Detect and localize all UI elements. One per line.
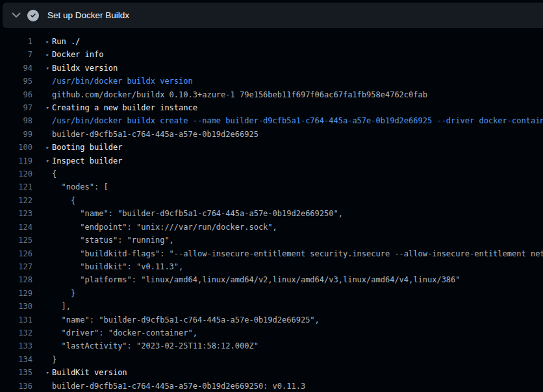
- log-line: 134}: [0, 353, 543, 366]
- output-text: builder-d9cfb5a1-c764-445a-a57e-0b19d2e6…: [52, 128, 259, 141]
- line-number[interactable]: 95: [0, 75, 32, 88]
- gutter-spacer: [32, 88, 52, 101]
- triangle-down-icon: ▾: [32, 366, 52, 379]
- line-number[interactable]: 126: [0, 247, 32, 260]
- line-number[interactable]: 129: [0, 287, 32, 300]
- log-line: 99builder-d9cfb5a1-c764-445a-a57e-0b19d2…: [0, 128, 543, 141]
- line-number[interactable]: 130: [0, 300, 32, 313]
- line-number[interactable]: 134: [0, 353, 32, 366]
- command-text: /usr/bin/docker buildx create --name bui…: [52, 114, 543, 127]
- log-line: 98/usr/bin/docker buildx create --name b…: [0, 114, 543, 127]
- line-number[interactable]: 99: [0, 128, 32, 141]
- triangle-right-icon: ▸: [32, 35, 52, 48]
- log-line: 124 "endpoint": "unix:///var/run/docker.…: [0, 221, 543, 234]
- group-title-text: Run ./: [52, 35, 80, 48]
- triangle-right-icon: ▸: [32, 48, 52, 61]
- log-line: 127 "buildkit": "v0.11.3",: [0, 260, 543, 273]
- output-text: github.com/docker/buildx 0.10.3+azure-1 …: [52, 88, 427, 101]
- gutter-spacer: [32, 167, 52, 180]
- log-group-line[interactable]: 1▸Run ./: [0, 35, 543, 48]
- gutter-spacer: [32, 207, 52, 220]
- check-circle-icon: [27, 10, 39, 21]
- gutter-spacer: [32, 287, 52, 300]
- line-number[interactable]: 132: [0, 326, 32, 339]
- gutter-spacer: [32, 313, 52, 326]
- log-container: 1▸Run ./7▸Docker info94▾Buildx version95…: [0, 28, 543, 392]
- output-text: }: [52, 287, 75, 300]
- line-number[interactable]: 100: [0, 141, 32, 154]
- step-header[interactable]: Set up Docker Buildx: [3, 3, 543, 28]
- line-number[interactable]: 136: [0, 380, 32, 392]
- log-group-line[interactable]: 119▾Inspect builder: [0, 154, 543, 167]
- log-line: 123 "name": "builder-d9cfb5a1-c764-445a-…: [0, 207, 543, 220]
- group-title-text: Inspect builder: [52, 154, 122, 167]
- output-text: }: [52, 353, 57, 366]
- line-number[interactable]: 97: [0, 101, 32, 114]
- line-number[interactable]: 94: [0, 62, 32, 75]
- line-number[interactable]: 119: [0, 154, 32, 167]
- output-text: {: [52, 167, 57, 180]
- log-line: 125 "status": "running",: [0, 234, 543, 247]
- line-number[interactable]: 120: [0, 167, 32, 180]
- log-group-line[interactable]: 97▾Creating a new builder instance: [0, 101, 543, 114]
- log-line: 121 "nodes": [: [0, 180, 543, 193]
- command-text: /usr/bin/docker buildx version: [52, 75, 193, 88]
- gutter-spacer: [32, 247, 52, 260]
- output-text: "lastActivity": "2023-02-25T11:58:12.000…: [52, 339, 259, 352]
- log-line: 130 ],: [0, 300, 543, 313]
- log-group-line[interactable]: 94▾Buildx version: [0, 62, 543, 75]
- log-line: 136builder-d9cfb5a1-c764-445a-a57e-0b19d…: [0, 380, 543, 392]
- log-line: 128 "platforms": "linux/amd64,linux/amd6…: [0, 273, 543, 286]
- log-line: 129 }: [0, 287, 543, 300]
- gutter-spacer: [32, 273, 52, 286]
- gutter-spacer: [32, 300, 52, 313]
- gutter-spacer: [32, 114, 52, 127]
- output-text: "platforms": "linux/amd64,linux/amd64/v2…: [52, 273, 461, 286]
- triangle-down-icon: ▾: [32, 62, 52, 75]
- line-number[interactable]: 124: [0, 221, 32, 234]
- log-line: 133 "lastActivity": "2023-02-25T11:58:12…: [0, 339, 543, 352]
- output-text: ],: [52, 300, 71, 313]
- log-group-line[interactable]: 135▾BuildKit version: [0, 366, 543, 379]
- line-number[interactable]: 128: [0, 273, 32, 286]
- gutter-spacer: [32, 75, 52, 88]
- output-text: "name": "builder-d9cfb5a1-c764-445a-a57e…: [52, 313, 320, 326]
- line-number[interactable]: 135: [0, 366, 32, 379]
- line-number[interactable]: 127: [0, 260, 32, 273]
- line-number[interactable]: 96: [0, 88, 32, 101]
- log-group-line[interactable]: 7▸Docker info: [0, 48, 543, 61]
- gutter-spacer: [32, 260, 52, 273]
- line-number[interactable]: 1: [0, 35, 32, 48]
- line-number[interactable]: 122: [0, 194, 32, 207]
- line-number[interactable]: 133: [0, 339, 32, 352]
- output-text: "status": "running",: [52, 234, 174, 247]
- line-number[interactable]: 131: [0, 313, 32, 326]
- line-number[interactable]: 125: [0, 234, 32, 247]
- line-number[interactable]: 123: [0, 207, 32, 220]
- triangle-down-icon: ▾: [32, 101, 52, 114]
- group-title-text: Booting builder: [52, 141, 122, 154]
- log-line: 95/usr/bin/docker buildx version: [0, 75, 543, 88]
- gutter-spacer: [32, 339, 52, 352]
- line-number[interactable]: 7: [0, 48, 32, 61]
- gutter-spacer: [32, 380, 52, 392]
- log-group-line[interactable]: 100▸Booting builder: [0, 141, 543, 154]
- group-title-text: Buildx version: [52, 62, 118, 75]
- gutter-spacer: [32, 128, 52, 141]
- gutter-spacer: [32, 180, 52, 193]
- gutter-spacer: [32, 234, 52, 247]
- group-title-text: Docker info: [52, 48, 103, 61]
- gutter-spacer: [32, 221, 52, 234]
- log-line: 96github.com/docker/buildx 0.10.3+azure-…: [0, 88, 543, 101]
- log-line: 120{: [0, 167, 543, 180]
- triangle-right-icon: ▸: [32, 141, 52, 154]
- line-number[interactable]: 98: [0, 114, 32, 127]
- actions-log-page: { "header": { "title": "Set up Docker Bu…: [0, 0, 543, 392]
- output-text: "buildkit": "v0.11.3",: [52, 260, 183, 273]
- group-title-text: BuildKit version: [52, 366, 127, 379]
- output-text: builder-d9cfb5a1-c764-445a-a57e-0b19d2e6…: [52, 380, 305, 392]
- output-text: "driver": "docker-container",: [52, 326, 197, 339]
- log-line: 126 "buildkitd-flags": "--allow-insecure…: [0, 247, 543, 260]
- chevron-down-icon: [12, 12, 21, 18]
- line-number[interactable]: 121: [0, 180, 32, 193]
